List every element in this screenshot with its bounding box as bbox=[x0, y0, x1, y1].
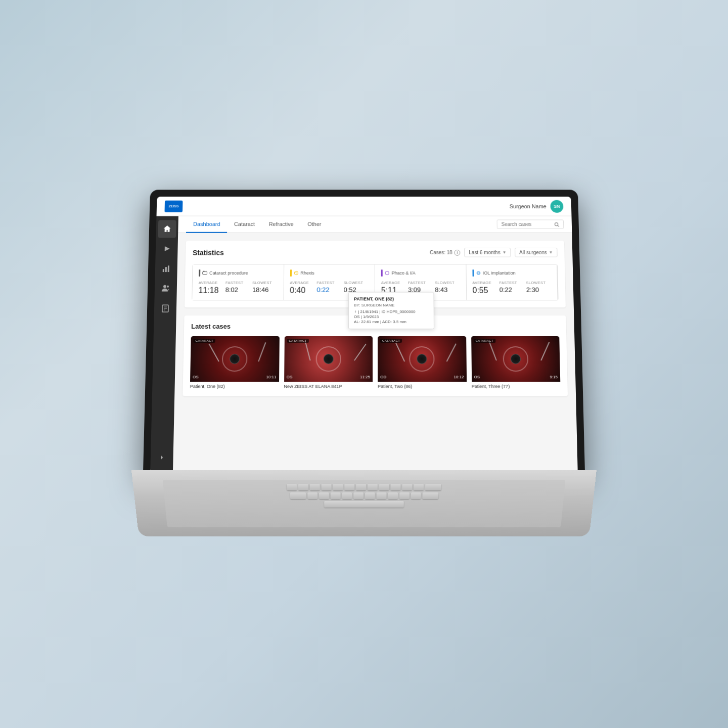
stat-card-rhexis-header: Rhexis bbox=[290, 269, 369, 277]
tab-refractive[interactable]: Refractive bbox=[262, 216, 301, 233]
svg-rect-0 bbox=[163, 269, 164, 272]
case-thumbnail-3: CATARACT OD 10:12 bbox=[378, 336, 467, 382]
tabs-left: Dashboard Cataract Refractive Other bbox=[186, 216, 328, 233]
key bbox=[342, 492, 352, 499]
time-filter-dropdown[interactable]: Last 6 months ▼ bbox=[464, 248, 511, 257]
sidebar-item-home[interactable] bbox=[158, 220, 176, 238]
tooltip-eye-date-text: OS | 1/9/2023 bbox=[354, 314, 379, 319]
tab-cataract[interactable]: Cataract bbox=[227, 216, 262, 233]
case-duration-1: 10:11 bbox=[266, 375, 276, 379]
case-tag-2: CATARACT bbox=[287, 339, 309, 343]
key bbox=[399, 492, 410, 499]
statistics-section: Statistics Cases: 18 ℹ Last 6 months bbox=[185, 241, 566, 307]
svg-rect-11 bbox=[203, 272, 207, 275]
case-card-3[interactable]: CATARACT OD 10:12 Patient, Two (86) bbox=[378, 336, 467, 389]
tool-7 bbox=[488, 341, 496, 360]
screen-bezel: ZEISS Surgeon Name SN bbox=[150, 197, 578, 473]
app-container: ZEISS Surgeon Name SN bbox=[150, 197, 578, 473]
iol-card-title: IOL implantation bbox=[483, 270, 516, 276]
fast-label-1: FASTEST bbox=[225, 281, 250, 285]
cases-count: Cases: 18 ℹ bbox=[430, 249, 461, 255]
case-side-1: OS bbox=[193, 375, 199, 379]
key bbox=[310, 484, 320, 490]
iol-avg-value: 0:55 bbox=[472, 286, 497, 295]
stats-cards: Cataract procedure AVERAGE 11:18 bbox=[192, 264, 558, 300]
avg-label-1: AVERAGE bbox=[199, 281, 223, 285]
user-name-label: Surgeon Name bbox=[510, 203, 547, 209]
key bbox=[402, 484, 412, 490]
tool-3 bbox=[304, 341, 310, 360]
time-filter-label: Last 6 months bbox=[469, 250, 500, 255]
sidebar-item-stats[interactable] bbox=[157, 260, 176, 278]
dashboard-content: Statistics Cases: 18 ℹ Last 6 months bbox=[173, 233, 578, 473]
fast-label-2: FASTEST bbox=[317, 281, 342, 285]
tooltip-measurements: AL: 22.61 mm | ACD: 3.5 mm bbox=[354, 320, 429, 324]
sidebar-item-notes[interactable] bbox=[156, 299, 175, 317]
fast-label-4: FASTEST bbox=[499, 281, 524, 285]
top-bar: ZEISS Surgeon Name SN bbox=[157, 197, 572, 216]
slow-label-4: SLOWEST bbox=[526, 281, 551, 285]
key-space bbox=[324, 501, 404, 508]
cataract-avg-value: 11:18 bbox=[198, 286, 223, 295]
case-name-4: Patient, Three (77) bbox=[472, 382, 561, 389]
cataract-slowest-col: SLOWEST 18:46 bbox=[252, 281, 278, 295]
cataract-slow-value: 18:46 bbox=[252, 286, 277, 294]
rhexis-indicator bbox=[290, 269, 291, 277]
user-avatar[interactable]: SN bbox=[550, 200, 563, 212]
case-duration-2: 11:25 bbox=[360, 375, 370, 379]
tab-other[interactable]: Other bbox=[300, 216, 328, 233]
case-thumbnail-4: CATARACT OS 9:15 bbox=[471, 336, 561, 382]
iol-icon bbox=[476, 270, 481, 276]
case-name-1: Patient, One (82) bbox=[190, 382, 279, 389]
laptop-base bbox=[131, 470, 597, 536]
key bbox=[356, 484, 366, 490]
phaco-slow-value: 8:43 bbox=[435, 286, 460, 294]
key bbox=[333, 484, 343, 490]
avg-label-4: AVERAGE bbox=[472, 281, 497, 285]
cataract-fast-value: 8:02 bbox=[225, 286, 250, 294]
case-tag-4: CATARACT bbox=[474, 339, 496, 343]
key bbox=[376, 492, 386, 499]
tool-1 bbox=[209, 344, 219, 362]
eye-circle-1 bbox=[222, 346, 248, 372]
chevron-down-icon: ▼ bbox=[503, 250, 507, 255]
sidebar-item-play[interactable] bbox=[157, 240, 175, 257]
laptop-screen: ZEISS Surgeon Name SN bbox=[143, 190, 585, 477]
rhexis-average-col: AVERAGE 0:40 bbox=[290, 281, 314, 295]
key-row-3 bbox=[169, 501, 560, 508]
cataract-stat-values: AVERAGE 11:18 FASTEST 8:02 bbox=[198, 281, 277, 295]
case-card-1[interactable]: CATARACT OS 10:11 Patient, One (82) bbox=[190, 336, 280, 389]
search-area[interactable] bbox=[497, 219, 564, 229]
avg-label-2: AVERAGE bbox=[290, 281, 314, 285]
surgeon-filter-dropdown[interactable]: All surgeons ▼ bbox=[515, 248, 558, 257]
svg-point-4 bbox=[167, 286, 169, 288]
rhexis-fast-value: 0:22 bbox=[316, 286, 341, 294]
patient-tooltip: PATIENT, ONE (82) BY: SURGEON NAME ♀ | 2… bbox=[348, 292, 434, 329]
case-card-4[interactable]: CATARACT OS 9:15 Patient, Three (77) bbox=[471, 336, 561, 389]
phaco-card-title: Phaco & I/A bbox=[392, 270, 416, 276]
case-card-2[interactable]: CATARACT OS 11:25 New ZEISS AT ELANA 841… bbox=[284, 336, 373, 389]
svg-rect-2 bbox=[168, 265, 169, 272]
tab-dashboard[interactable]: Dashboard bbox=[186, 216, 227, 233]
key bbox=[368, 484, 378, 490]
fast-label-3: FASTEST bbox=[408, 281, 433, 285]
key bbox=[298, 484, 308, 490]
iol-slowest-col: SLOWEST 2:30 bbox=[526, 281, 552, 295]
user-area: Surgeon Name SN bbox=[510, 200, 564, 212]
key bbox=[307, 492, 317, 499]
key bbox=[287, 484, 297, 490]
tool-5 bbox=[395, 343, 405, 361]
iol-average-col: AVERAGE 0:55 bbox=[472, 281, 497, 295]
iol-fastest-col: FASTEST 0:22 bbox=[499, 281, 524, 295]
cataract-icon bbox=[202, 270, 207, 276]
tool-6 bbox=[446, 343, 456, 361]
search-input[interactable] bbox=[502, 221, 552, 227]
stats-header: Statistics Cases: 18 ℹ Last 6 months bbox=[193, 248, 558, 257]
key bbox=[390, 484, 400, 490]
sidebar-item-users[interactable] bbox=[157, 280, 175, 298]
case-thumbnail-2: CATARACT OS 11:25 bbox=[284, 336, 373, 382]
key bbox=[388, 492, 398, 499]
key bbox=[414, 484, 424, 490]
key-row-1 bbox=[167, 484, 561, 490]
sidebar-expand-button[interactable] bbox=[153, 448, 171, 467]
